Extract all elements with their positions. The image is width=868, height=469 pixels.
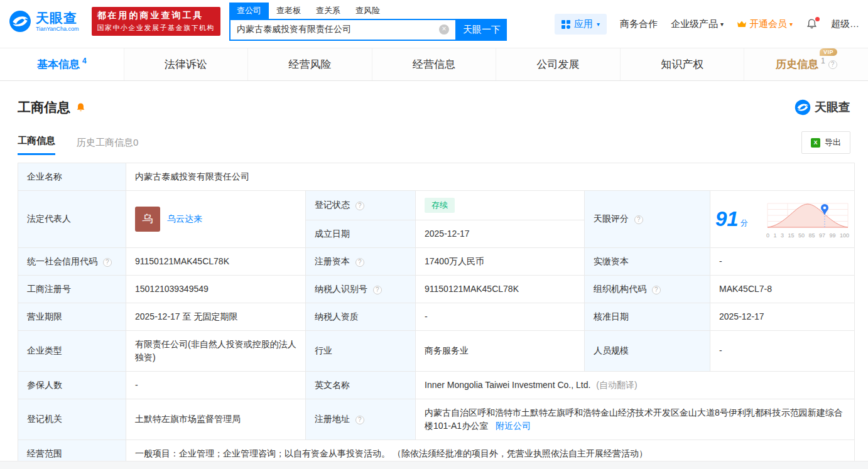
- field-label-establish-date: 成立日期: [306, 220, 416, 247]
- menu-enterprise-label: 企业级产品: [671, 18, 718, 30]
- help-icon[interactable]: ?: [355, 202, 364, 210]
- field-value-reg-address: 内蒙古自治区呼和浩特市土默特左旗呼和浩特金山经济技术开发区金山大道8号伊利乳都科…: [416, 399, 855, 439]
- field-label-score: 天眼评分 ?: [585, 191, 710, 248]
- chart-axis-labels: 01 315 5085 9799 100: [766, 233, 849, 239]
- field-value-industry: 商务服务业: [416, 330, 585, 371]
- section-watermark-logo: 天眼查: [795, 99, 850, 116]
- subtab-history-business-info[interactable]: 历史工商信息0: [77, 137, 138, 155]
- field-value-paid-capital: -: [710, 247, 855, 275]
- table-row: 登记机关 土默特左旗市场监督管理局 注册地址 ? 内蒙古自治区呼和浩特市土默特左…: [18, 399, 855, 439]
- help-icon[interactable]: ?: [103, 258, 112, 267]
- search-tab-risk[interactable]: 查风险: [348, 3, 388, 19]
- menu-business-coop[interactable]: 商务合作: [620, 18, 658, 30]
- apps-grid-icon: [561, 20, 570, 29]
- search-input[interactable]: [237, 24, 439, 35]
- field-label-legal-rep: 法定代表人: [18, 191, 126, 248]
- chevron-down-icon: ▾: [597, 21, 600, 28]
- tab-company-development[interactable]: 公司发展: [496, 48, 621, 80]
- tab-count: 4: [82, 57, 87, 65]
- search-tab-relation[interactable]: 查关系: [308, 3, 348, 19]
- field-label-reg-address: 注册地址 ?: [306, 399, 416, 439]
- help-icon[interactable]: ?: [634, 215, 643, 224]
- tab-operation-risk[interactable]: 经营风险: [248, 48, 372, 80]
- table-row: 营业期限 2025-12-17 至 无固定期限 纳税人资质 - 核准日期 202…: [18, 303, 855, 330]
- field-label-reg-status: 登记状态 ?: [306, 191, 416, 220]
- search-tab-company[interactable]: 查公司: [229, 3, 269, 19]
- field-label-staff-size: 人员规模: [585, 330, 710, 371]
- field-label-text: 统一社会信用代码: [27, 256, 97, 266]
- tab-label: 历史信息: [776, 58, 818, 70]
- tab-label: 经营信息: [413, 57, 455, 72]
- watermark-text: 天眼查: [815, 99, 850, 116]
- search-button[interactable]: 天眼一下: [457, 19, 507, 41]
- vip-badge: VIP: [820, 48, 837, 56]
- nearby-companies-link[interactable]: 附近公司: [496, 421, 531, 431]
- field-value-score: 91 分: [710, 191, 855, 248]
- export-button[interactable]: X 导出: [801, 131, 850, 154]
- score-number: 91: [715, 208, 739, 229]
- table-row: 参保人数 - 英文名称 Inner Mongolia Taiwei Invest…: [18, 371, 855, 399]
- notification-bell[interactable]: [806, 18, 818, 30]
- field-value-company-type: 有限责任公司(非自然人投资或控股的法人独资): [126, 330, 306, 371]
- field-value-approval-date: 2025-12-17: [710, 303, 855, 330]
- field-value-org-code: MAK45CL7-8: [710, 275, 855, 303]
- field-label-company-name: 企业名称: [18, 163, 126, 191]
- crown-icon: [737, 20, 747, 28]
- field-label-reg-authority: 登记机关: [18, 399, 126, 439]
- table-row: 统一社会信用代码 ? 91150121MAK45CL78K 注册资本 ? 174…: [18, 247, 855, 275]
- tab-operation-info[interactable]: 经营信息: [372, 48, 497, 80]
- help-icon[interactable]: ?: [373, 286, 382, 294]
- field-label-text: 注册资本: [315, 256, 350, 266]
- site-header: 天眼查 TianYanCha.com 都在用的商业查询工具 国家中小企业发展子基…: [0, 0, 868, 41]
- english-name-text: Inner Mongolia Taiwei Investment Co., Lt…: [425, 380, 590, 390]
- notification-dot: [815, 17, 820, 21]
- menu-enterprise-products[interactable]: 企业级产品 ▾: [671, 18, 724, 30]
- field-label-insured-count: 参保人数: [18, 371, 126, 399]
- tab-intellectual-property[interactable]: 知识产权: [621, 48, 745, 80]
- tianyancha-logo[interactable]: 天眼查 TianYanCha.com: [9, 10, 79, 33]
- chevron-down-icon: ▾: [720, 21, 724, 28]
- clear-icon[interactable]: ×: [439, 24, 449, 35]
- auto-translate-note: (自动翻译): [596, 380, 637, 390]
- field-value-establish-date: 2025-12-17: [416, 220, 585, 247]
- help-icon[interactable]: ?: [355, 258, 364, 267]
- field-label-reg-capital: 注册资本 ?: [306, 247, 416, 275]
- field-label-credit-code: 统一社会信用代码 ?: [18, 247, 126, 275]
- promo-badge: 都在用的商业查询工具 国家中小企业发展子基金旗下机构: [92, 7, 221, 36]
- chevron-down-icon: ▾: [789, 21, 793, 28]
- bell-curve-chart: [766, 200, 849, 229]
- tab-legal-proceedings[interactable]: 法律诉讼: [124, 48, 249, 80]
- field-value-reg-capital: 17400万人民币: [416, 247, 585, 275]
- brand-domain: TianYanCha.com: [36, 26, 79, 32]
- help-icon[interactable]: ?: [828, 60, 837, 69]
- score-unit: 分: [741, 217, 748, 229]
- field-label-company-type: 企业类型: [18, 330, 126, 371]
- field-label-text: 登记状态: [315, 200, 350, 210]
- export-label: 导出: [825, 137, 841, 148]
- field-value-company-name: 内蒙古泰威投资有限责任公司: [126, 163, 855, 191]
- menu-super[interactable]: 超级…: [831, 18, 859, 30]
- subtab-business-info[interactable]: 工商信息: [18, 135, 55, 155]
- field-value-taxpayer-id: 91150121MAK45CL78K: [416, 275, 585, 303]
- field-label-text: 纳税人识别号: [315, 284, 367, 294]
- search-box: ×: [229, 19, 457, 41]
- menu-open-vip[interactable]: 开通会员 ▾: [737, 18, 793, 30]
- help-icon[interactable]: ?: [355, 416, 364, 424]
- tab-basic-info[interactable]: 基本信息 4: [0, 48, 124, 80]
- search-tab-boss[interactable]: 查老板: [269, 3, 308, 19]
- table-row: 法定代表人 乌 乌云达来 登记状态 ? 存续 天眼评分 ?: [18, 191, 855, 220]
- alert-bell-icon[interactable]: [75, 102, 86, 113]
- field-value-credit-code: 91150121MAK45CL78K: [126, 247, 306, 275]
- field-label-taxpayer-quality: 纳税人资质: [306, 303, 416, 330]
- help-icon[interactable]: ?: [652, 286, 661, 294]
- tianyancha-logo-icon: [795, 99, 811, 116]
- top-menu: 应用 ▾ 商务合作 企业级产品 ▾ 开通会员 ▾ 超级…: [555, 14, 859, 35]
- apps-button[interactable]: 应用 ▾: [555, 14, 607, 35]
- field-label-org-code: 组织机构代码 ?: [585, 275, 710, 303]
- legal-rep-link[interactable]: 乌云达来: [167, 212, 202, 225]
- search-area: 查公司 查老板 查关系 查风险 × 天眼一下: [229, 3, 507, 41]
- tab-history-info[interactable]: 历史信息 VIP 1 ?: [744, 48, 868, 80]
- field-label-text: 组织机构代码: [594, 284, 646, 294]
- avatar[interactable]: 乌: [135, 207, 160, 232]
- company-nav-tabs: 基本信息 4 法律诉讼 经营风险 经营信息 公司发展 知识产权 历史信息 VIP…: [0, 48, 868, 81]
